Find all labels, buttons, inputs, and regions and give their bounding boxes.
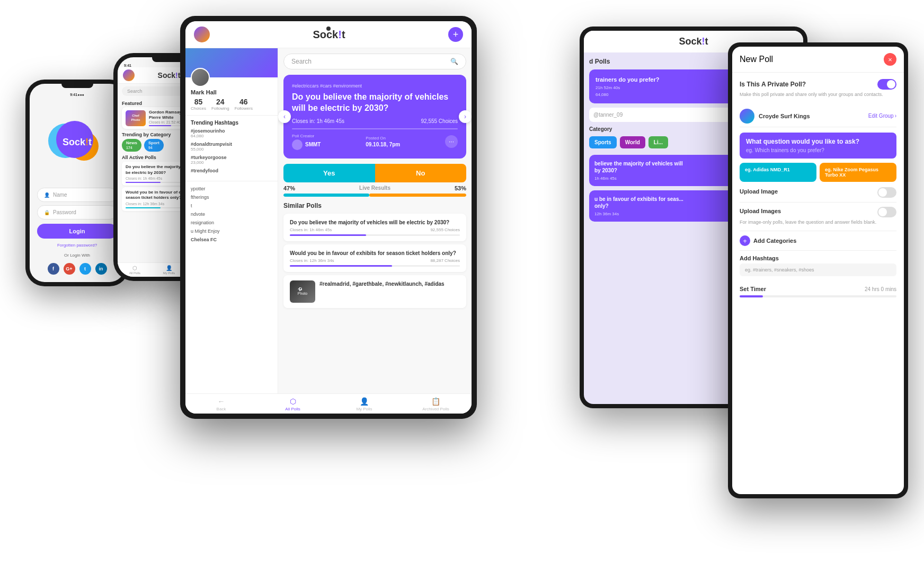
similar-1-meta: Closes in: 1h 46m 45s 92,555 Choices [290,227,460,232]
upload-images-toggle[interactable] [877,207,896,217]
sidebar-item-ftherings[interactable]: ftherings [191,193,272,201]
similar-poll-1[interactable]: Do you believe the majority of vehicles … [283,214,466,241]
results-percentages: 47% Live Results 53% [283,185,466,191]
google-login-btn[interactable]: G+ [64,263,75,275]
tablet-tab-back[interactable]: ← Back [185,397,257,411]
login-phone-screen: 9:41 ●●● Sock!t 👤 Name [30,84,125,282]
news-tag[interactable]: News 174 [122,139,141,152]
linkedin-login-btn[interactable]: in [95,263,107,275]
main-poll-card: ‹ › #electriccars #cars #environment Do … [283,75,466,159]
answer-options: eg. Adidas NMD_R1 eg. Nike Zoom Pegasus … [740,163,896,182]
hashtags-input[interactable]: eg. #trainers, #sneakers, #shoes [740,264,896,276]
similar-2-question: Would you be in favour of exhibits for s… [290,250,460,257]
sidebar-item-resignation[interactable]: resignation [191,218,272,227]
similar-poll-2[interactable]: Would you be in favour of exhibits for s… [283,244,466,272]
followers-label: Followers [235,106,253,111]
profile-stats: 85 Choices 24 Following 46 Followers [185,98,278,116]
add-hashtags-label: Add Hashtags [740,255,896,261]
edit-group-btn[interactable]: Edit Group › [868,113,896,119]
sport-label: Sport [148,140,159,145]
password-input[interactable]: 🔒 Password [37,205,117,219]
question-input[interactable]: What question would you like to ask? eg.… [740,133,896,159]
edit-group-label: Edit Group [868,113,894,119]
mid-avatar [123,69,135,81]
sidebar-item-t[interactable]: t [191,201,272,210]
featured-closes: Closes in: 21:52:40 [149,120,181,124]
private-poll-section: Is This A Private Poll? Make this poll p… [740,79,896,98]
poll-hashtags: #electriccars #cars #environment [292,83,458,89]
cat-life[interactable]: Li... [648,136,668,148]
password-placeholder: Password [53,209,76,215]
time-display: 9:41 [70,93,77,96]
mid-poll2-fill [126,207,161,208]
set-timer-label: Set Timer [740,286,766,292]
poll-more-options[interactable]: ··· [445,135,458,148]
mid-time: 9:41 [124,64,131,67]
social-login-row: f G+ t in [37,263,117,275]
my-polls-tab-icon: 👤 [360,397,369,406]
hashtag-4[interactable]: #trendyfood [191,168,272,173]
hashtags-section: Add Hashtags eg. #trainers, #sneakers, #… [740,251,896,276]
poll-posted-info: Posted On 09.10.18, 7pm [366,136,400,147]
new-poll-close-btn[interactable]: × [884,53,896,66]
poll-question: Do you believe the majority of vehicles … [292,92,458,114]
all-polls-icon: ⬡ [132,265,137,271]
add-categories-row[interactable]: + Add Categories [740,231,896,251]
private-label: Is This A Private Poll? [740,81,806,88]
cat-world[interactable]: World [620,136,645,148]
hashtag-1[interactable]: #josemourinho 64,080 [191,128,272,138]
similar-poll-3[interactable]: ⚽Photo #realmadrid, #garethbale, #newkit… [283,275,466,308]
vote-no-btn[interactable]: No [375,164,467,182]
private-toggle[interactable] [877,79,896,90]
timer-row: Set Timer 24 hrs 0 mins [740,286,896,292]
vote-yes-btn[interactable]: Yes [283,164,375,182]
tablet-tab-my-polls[interactable]: 👤 My Polls [328,397,400,411]
hashtag-2[interactable]: #donaldtrumpvisit 55,000 [191,142,272,152]
new-poll-screen: New Poll × Is This A Private Poll? Make … [732,47,904,494]
mid-search-placeholder: Search [127,89,143,94]
tablet-add-button[interactable]: + [448,27,463,42]
forgotten-password-link[interactable]: Forgotten password? [37,243,117,248]
similar-1-question: Do you believe the majority of vehicles … [290,219,460,226]
sidebar-item-ypotter[interactable]: ypotter [191,185,272,193]
timer-bar-fill [740,295,763,297]
no-bar-fill [369,194,466,197]
divider-1 [740,202,896,203]
poll-meta-row: Poll Creator SMMT Posted On 09.10.18, 7p… [292,134,458,150]
posted-value: 09.10.18, 7pm [366,142,400,147]
sport-tag[interactable]: Sport 94 [144,139,164,152]
trending-label: Trending by Category [122,132,171,137]
hashtag-3[interactable]: #turkeyorgoose 23,000 [191,155,272,165]
poll-closes: Closes in: 1h 46m 45s [292,118,344,124]
tablet-tab-archived[interactable]: 📋 Archived Polls [400,397,472,411]
tab-my-polls-label: My Polls [163,271,175,275]
tablet-tab-all-polls[interactable]: ⬡ All Polls [257,397,328,411]
trending-hashtags-label: Trending Hashtags [191,120,272,126]
similar-2-closes: Closes in: 12h 36m 34s [290,258,334,263]
answer-option-1[interactable]: eg. Adidas NMD_R1 [740,163,816,182]
upload-image-toggle[interactable] [877,187,896,198]
similar-2-info: Would you be in favour of exhibits for s… [290,250,460,267]
sidebar-item-ndvote[interactable]: ndvote [191,210,272,218]
poll-timer-row: Closes in: 1h 46m 45s 92,555 Choices [292,118,458,124]
add-categories-icon: + [740,235,750,246]
poll-next-arrow[interactable]: › [459,110,472,123]
answer-option-2[interactable]: eg. Nike Zoom Pegasus Turbo XX [820,163,896,182]
login-button[interactable]: Login [37,224,117,239]
private-sub-text: Make this poll private and share only wi… [740,92,896,98]
tab-all-polls[interactable]: ⬡ All Polls [118,265,152,275]
main-scene: 9:41 ●●● Sock!t 👤 Name [0,0,924,562]
cat-sports[interactable]: Sports [589,136,617,148]
tablet-search-placeholder: Search [291,58,312,65]
tablet-search-bar[interactable]: Search 🔍 [283,54,466,69]
similar-3-hashtags: #realmadrid, #garethbale, #newkitlaunch,… [319,280,460,287]
tablet-search-icon: 🔍 [450,58,458,65]
poll-prev-arrow[interactable]: ‹ [278,110,291,123]
similar-2-meta: Closes in: 12h 36m 34s 88,287 Choices [290,258,460,263]
name-input[interactable]: 👤 Name [37,188,117,202]
facebook-login-btn[interactable]: f [48,263,59,275]
sidebar-item-chelsea[interactable]: Chelsea FC [191,235,272,244]
similar-1-info: Do you believe the majority of vehicles … [290,219,460,236]
app-logo-text: Sock!t [63,137,92,148]
twitter-login-btn[interactable]: t [79,263,91,275]
